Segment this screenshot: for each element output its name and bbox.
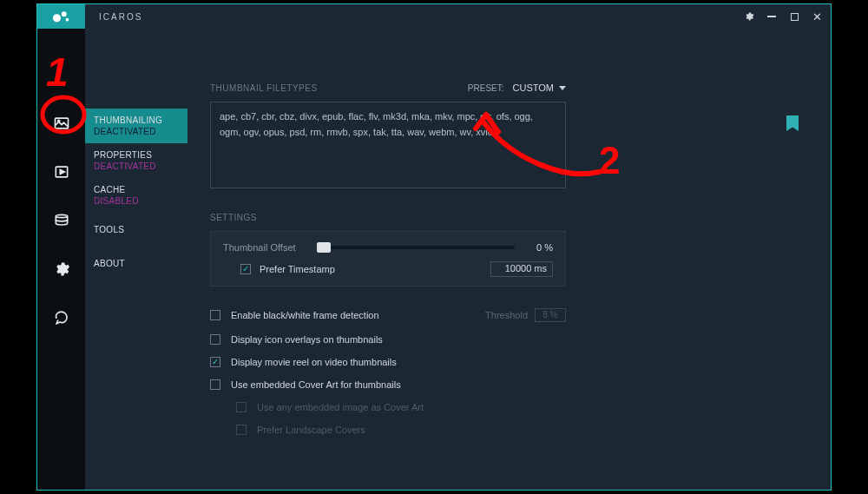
opt-movie-reel-checkbox[interactable] — [210, 357, 220, 367]
nav-item-properties[interactable]: PROPERTIES DEACTIVATED — [85, 143, 187, 178]
opt-landscape-checkbox — [236, 425, 247, 435]
filetypes-textbox[interactable]: ape, cb7, cbr, cbz, divx, epub, flac, fl… — [210, 102, 566, 188]
maximize-button[interactable] — [789, 11, 799, 22]
opt-icon-overlays-label: Display icon overlays on thumbnails — [231, 334, 383, 345]
svg-point-4 — [57, 120, 59, 122]
title-actions: ✕ — [744, 11, 831, 22]
nav-label: CACHE — [94, 185, 179, 194]
tools-icon[interactable] — [52, 260, 71, 279]
options-list: Enable black/white frame detection Thres… — [210, 302, 566, 441]
app-logo — [37, 4, 85, 29]
opt-landscape: Prefer Landscape Covers — [210, 418, 566, 441]
nav-item-tools[interactable]: TOOLS — [85, 213, 187, 247]
opt-bw-checkbox[interactable] — [210, 310, 220, 320]
nav-item-cache[interactable]: CACHE DISABLED — [85, 178, 187, 213]
nav-label: PROPERTIES — [94, 150, 179, 160]
main-panel: THUMBNAIL FILETYPES PRESET: CUSTOM ape, … — [187, 29, 831, 490]
nav-list: THUMBNAILING DEACTIVATED PROPERTIES DEAC… — [85, 29, 187, 490]
opt-movie-reel: Display movie reel on video thumbnails — [210, 351, 566, 373]
timestamp-value[interactable]: 10000 ms — [490, 261, 553, 277]
nav-label: ABOUT — [94, 259, 179, 268]
nav-item-thumbnailing[interactable]: THUMBNAILING DEACTIVATED — [85, 109, 187, 143]
prefer-timestamp-row: Prefer Timestamp 10000 ms — [223, 261, 553, 277]
filetypes-label: THUMBNAIL FILETYPES — [210, 83, 318, 93]
nav-item-about[interactable]: ABOUT — [85, 247, 187, 275]
content-area: THUMBNAILING DEACTIVATED PROPERTIES DEAC… — [85, 29, 831, 490]
opt-any-embedded-checkbox — [236, 402, 247, 412]
threshold-label: Threshold — [485, 310, 528, 320]
opt-cover-art: Use embedded Cover Art for thumbnails — [210, 373, 566, 396]
offset-slider-row: Thumbnail Offset 0 % — [223, 242, 553, 253]
offset-percent: 0 % — [523, 242, 553, 253]
opt-landscape-label: Prefer Landscape Covers — [257, 425, 365, 435]
settings-gear-icon[interactable] — [744, 11, 754, 22]
slider-thumb[interactable] — [317, 242, 331, 253]
filetypes-header-row: THUMBNAIL FILETYPES PRESET: CUSTOM — [210, 82, 566, 93]
nav-status: DISABLED — [94, 196, 179, 206]
opt-movie-reel-label: Display movie reel on video thumbnails — [231, 357, 397, 367]
app-window: ICAROS ✕ THUMBNAILING — [36, 3, 832, 491]
settings-label: SETTINGS — [210, 213, 831, 222]
opt-icon-overlays-checkbox[interactable] — [210, 334, 220, 345]
preset-value: CUSTOM — [513, 82, 554, 93]
thumbnailing-icon[interactable] — [52, 114, 71, 133]
about-icon[interactable] — [52, 308, 71, 327]
prefer-timestamp-checkbox[interactable] — [240, 264, 251, 274]
nav-label: THUMBNAILING — [94, 115, 179, 125]
svg-point-0 — [52, 14, 60, 22]
logo-icon — [52, 10, 71, 23]
opt-icon-overlays: Display icon overlays on thumbnails — [210, 328, 566, 351]
offset-panel: Thumbnail Offset 0 % Prefer Timestamp 10… — [210, 231, 566, 287]
minimize-button[interactable] — [766, 11, 777, 22]
properties-icon[interactable] — [52, 162, 71, 181]
preset-dropdown[interactable]: CUSTOM — [513, 82, 566, 93]
titlebar: ICAROS ✕ — [37, 4, 831, 29]
opt-bw-label: Enable black/white frame detection — [231, 310, 379, 320]
close-button[interactable]: ✕ — [812, 11, 822, 22]
opt-any-embedded: Use any embedded image as Cover Art — [210, 396, 566, 418]
cache-icon[interactable] — [52, 211, 71, 230]
chevron-down-icon — [559, 86, 566, 90]
prefer-timestamp-label: Prefer Timestamp — [260, 264, 335, 274]
nav-label: TOOLS — [94, 225, 179, 234]
opt-any-embedded-label: Use any embedded image as Cover Art — [257, 402, 424, 412]
svg-point-2 — [65, 18, 69, 22]
threshold-value: 8 % — [535, 308, 566, 322]
bookmark-icon[interactable] — [786, 115, 799, 131]
offset-slider[interactable] — [317, 246, 515, 249]
offset-label: Thumbnail Offset — [223, 242, 308, 253]
svg-point-6 — [56, 214, 67, 217]
icon-sidebar — [37, 29, 85, 490]
app-title: ICAROS — [85, 12, 744, 22]
preset-label: PRESET: — [468, 83, 504, 93]
opt-cover-art-label: Use embedded Cover Art for thumbnails — [231, 379, 401, 390]
opt-bw-detection: Enable black/white frame detection Thres… — [210, 302, 566, 328]
nav-status: DEACTIVATED — [94, 161, 179, 171]
nav-status: DEACTIVATED — [94, 127, 179, 136]
opt-cover-art-checkbox[interactable] — [210, 379, 220, 390]
preset-selector: PRESET: CUSTOM — [468, 82, 566, 93]
svg-point-1 — [61, 11, 66, 16]
